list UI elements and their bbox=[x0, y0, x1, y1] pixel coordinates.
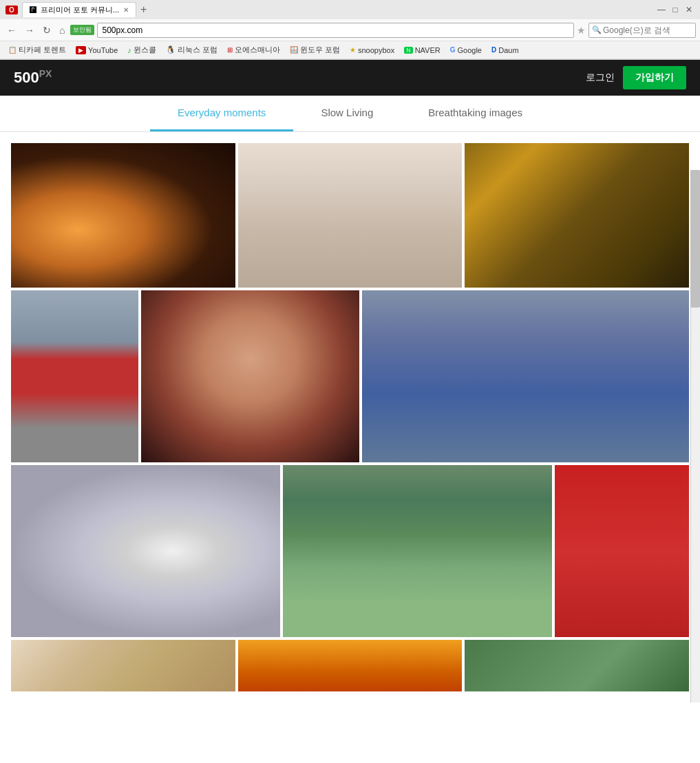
close-button[interactable]: ✕ bbox=[683, 4, 694, 15]
maximize-button[interactable]: □ bbox=[670, 4, 681, 15]
tab-slow-living[interactable]: Slow Living bbox=[293, 96, 401, 131]
login-button[interactable]: 로그인 bbox=[586, 72, 615, 84]
bookmark-tistory[interactable]: 📋 티카페 토렌트 bbox=[4, 43, 70, 56]
windows-icon: 🪟 bbox=[290, 46, 298, 54]
photo-sunset[interactable] bbox=[238, 640, 463, 691]
tab-close-icon[interactable]: ✕ bbox=[123, 6, 129, 14]
photo-girl[interactable] bbox=[141, 290, 359, 462]
signup-button[interactable]: 가입하기 bbox=[623, 66, 686, 89]
photo-row-3 bbox=[11, 465, 689, 637]
search-bar: 🔍 bbox=[588, 23, 696, 38]
site-logo[interactable]: 500PX bbox=[14, 68, 52, 87]
search-icon: 🔍 bbox=[592, 25, 602, 34]
youtube-icon: ▶ bbox=[76, 46, 86, 54]
photo-food[interactable] bbox=[11, 640, 235, 691]
bookmark-label: NAVER bbox=[415, 46, 441, 54]
bookmarks-bar: 📋 티카페 토렌트 ▶ YouTube ♪ 윈스콜 🐧 리눅스 포럼 ⊞ 오에스… bbox=[0, 41, 700, 59]
window-controls: — □ ✕ bbox=[656, 4, 694, 15]
header-right: 로그인 가입하기 bbox=[586, 66, 686, 89]
security-lock-icon: 보안됨 bbox=[70, 25, 94, 35]
bookmark-google[interactable]: G Google bbox=[446, 45, 486, 56]
bookmark-label: Google bbox=[458, 46, 482, 54]
nav-bar: ← → ↻ ⌂ 보안됨 ★ 🔍 bbox=[0, 19, 700, 41]
scrollbar[interactable] bbox=[690, 170, 700, 702]
photo-drinks[interactable] bbox=[11, 143, 235, 288]
tabs-container: Everyday moments Slow Living Breathtakin… bbox=[0, 96, 700, 132]
tab-breathtaking-images[interactable]: Breathtaking images bbox=[401, 96, 550, 131]
tistory-icon: 📋 bbox=[8, 46, 17, 54]
forward-button[interactable]: → bbox=[22, 23, 37, 37]
search-input[interactable] bbox=[603, 25, 692, 35]
music-icon: ♪ bbox=[127, 46, 131, 54]
photo-fishing[interactable] bbox=[283, 465, 552, 637]
photo-phonebox[interactable] bbox=[555, 465, 689, 637]
bookmark-label: snoopybox bbox=[358, 46, 394, 54]
bookmark-daum[interactable]: D Daum bbox=[487, 45, 523, 56]
bookmark-linux[interactable]: 🐧 리눅스 포럼 bbox=[162, 43, 222, 56]
linux-icon: 🐧 bbox=[166, 45, 176, 54]
naver-icon: N bbox=[404, 47, 413, 54]
scrollbar-thumb[interactable] bbox=[690, 170, 700, 308]
photo-hands[interactable] bbox=[465, 640, 689, 691]
photo-camera-person[interactable] bbox=[362, 290, 689, 462]
site-header: 500PX 로그인 가입하기 bbox=[0, 60, 700, 96]
bookmark-label: YouTube bbox=[88, 46, 118, 54]
refresh-button[interactable]: ↻ bbox=[40, 23, 54, 37]
title-bar: O 🅿 프리미어 포토 커뮤니... ✕ + — □ ✕ bbox=[0, 0, 700, 19]
bookmark-label: 티카페 토렌트 bbox=[19, 45, 66, 55]
logo-text: 500 bbox=[14, 69, 39, 87]
bookmark-label: 윈도우 포럼 bbox=[300, 45, 340, 55]
photo-grid bbox=[0, 132, 700, 702]
photo-row-1 bbox=[11, 143, 689, 288]
bookmark-label: Daum bbox=[498, 46, 518, 54]
bookmark-naver[interactable]: N NAVER bbox=[400, 45, 445, 56]
bookmark-windows[interactable]: 🪟 윈도우 포럼 bbox=[286, 43, 344, 56]
tab-title: 프리미어 포토 커뮤니... bbox=[41, 5, 119, 15]
photo-dog-cat[interactable] bbox=[465, 143, 689, 288]
photo-row-4 bbox=[11, 640, 689, 691]
daum-icon: D bbox=[491, 46, 496, 54]
bookmark-label: 윈스콜 bbox=[134, 45, 156, 55]
bookmark-star-icon[interactable]: ★ bbox=[577, 25, 586, 36]
browser-chrome: O 🅿 프리미어 포토 커뮤니... ✕ + — □ ✕ ← → ↻ ⌂ 보안됨… bbox=[0, 0, 700, 60]
bookmark-youtube[interactable]: ▶ YouTube bbox=[72, 45, 122, 56]
new-tab-button[interactable]: + bbox=[140, 3, 147, 16]
home-button[interactable]: ⌂ bbox=[56, 23, 67, 37]
bookmark-winsroll[interactable]: ♪ 윈스콜 bbox=[123, 43, 160, 56]
tab-favicon: 🅿 bbox=[30, 6, 36, 14]
bookmark-label: 리눅스 포럼 bbox=[178, 45, 218, 55]
photo-row-2 bbox=[11, 290, 689, 462]
oesmania-icon: ⊞ bbox=[227, 46, 233, 54]
bookmark-snoopybox[interactable]: ★ snoopybox bbox=[346, 45, 399, 56]
opera-logo: O bbox=[6, 6, 18, 14]
back-button[interactable]: ← bbox=[4, 23, 19, 37]
snoopybox-icon: ★ bbox=[350, 46, 356, 54]
minimize-button[interactable]: — bbox=[656, 4, 667, 15]
address-bar: 보안됨 ★ bbox=[70, 23, 586, 38]
photo-bike[interactable] bbox=[238, 143, 463, 288]
url-input[interactable] bbox=[97, 23, 574, 38]
logo-px: PX bbox=[39, 68, 52, 79]
photo-snow-girl[interactable] bbox=[11, 465, 280, 637]
google-icon: G bbox=[450, 46, 456, 54]
bookmark-oesmania[interactable]: ⊞ 오에스매니아 bbox=[223, 43, 284, 56]
bookmark-label: 오에스매니아 bbox=[235, 45, 280, 55]
tab-everyday-moments[interactable]: Everyday moments bbox=[150, 96, 293, 131]
photo-eiffel[interactable] bbox=[11, 290, 138, 462]
site-wrapper: 500PX 로그인 가입하기 Everyday moments Slow Liv… bbox=[0, 60, 700, 702]
browser-tab-active[interactable]: 🅿 프리미어 포토 커뮤니... ✕ bbox=[22, 2, 136, 17]
